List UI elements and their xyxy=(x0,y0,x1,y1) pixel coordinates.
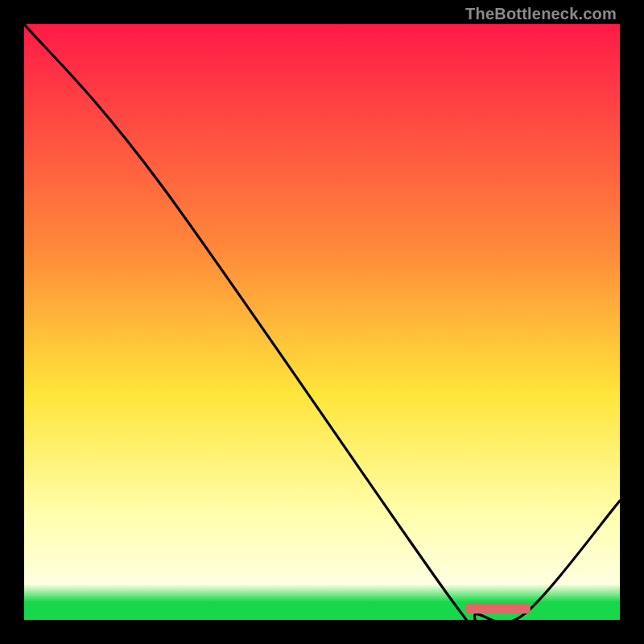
attribution-label: TheBottleneck.com xyxy=(465,5,617,23)
chart-background xyxy=(24,24,620,620)
bottleneck-chart xyxy=(24,24,620,620)
optimal-range-marker xyxy=(465,603,530,613)
